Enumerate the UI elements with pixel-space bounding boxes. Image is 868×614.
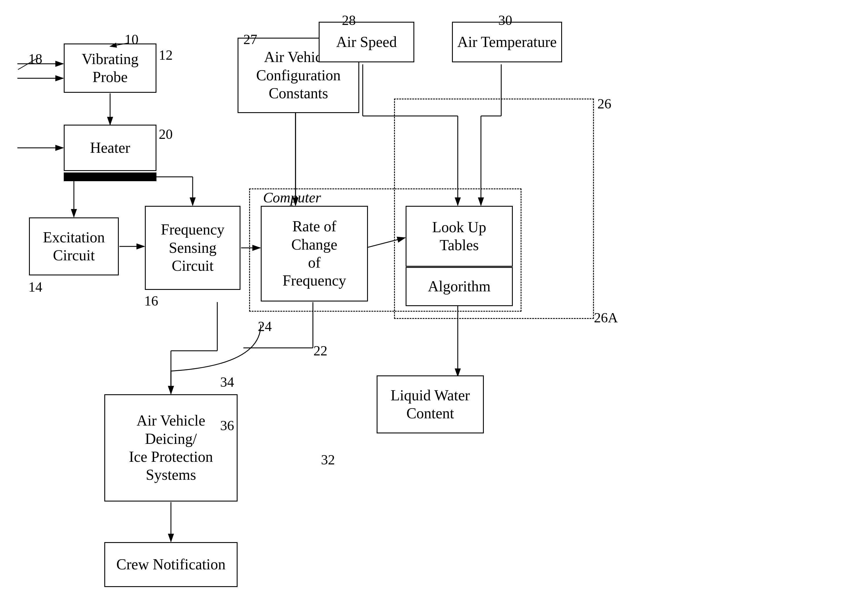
label-26: 26: [597, 96, 611, 112]
label-32: 32: [321, 452, 335, 468]
label-20: 20: [159, 126, 173, 142]
crew-notification-box: Crew Notification: [104, 542, 237, 587]
label-24: 24: [258, 318, 272, 334]
frequency-sensing-circuit-box: FrequencySensingCircuit: [145, 206, 240, 290]
lookup-dashed-box: [394, 99, 594, 319]
label-34: 34: [220, 374, 234, 390]
label-30: 30: [498, 12, 512, 28]
label-14: 14: [28, 279, 42, 295]
computer-label: Computer: [263, 189, 321, 206]
label-27: 27: [243, 31, 257, 47]
label-18: 18: [28, 51, 42, 67]
air-speed-box: Air Speed: [319, 22, 414, 62]
diagram: Vibrating Probe Heater ExcitationCircuit…: [0, 0, 868, 614]
heater-box: Heater: [64, 125, 157, 171]
label-16: 16: [144, 293, 158, 309]
label-26a: 26A: [594, 309, 618, 326]
liquid-water-content-box: Liquid WaterContent: [377, 375, 484, 434]
vibrating-probe-box: Vibrating Probe: [64, 44, 157, 93]
label-10: 10: [125, 31, 138, 47]
svg-rect-6: [64, 173, 157, 181]
label-36: 36: [220, 417, 234, 434]
excitation-circuit-box: ExcitationCircuit: [29, 218, 119, 275]
air-vehicle-deicing-box: Air VehicleDeicing/Ice ProtectionSystems: [104, 394, 237, 502]
label-28: 28: [342, 12, 356, 28]
label-12: 12: [159, 47, 173, 63]
label-22: 22: [313, 343, 327, 359]
